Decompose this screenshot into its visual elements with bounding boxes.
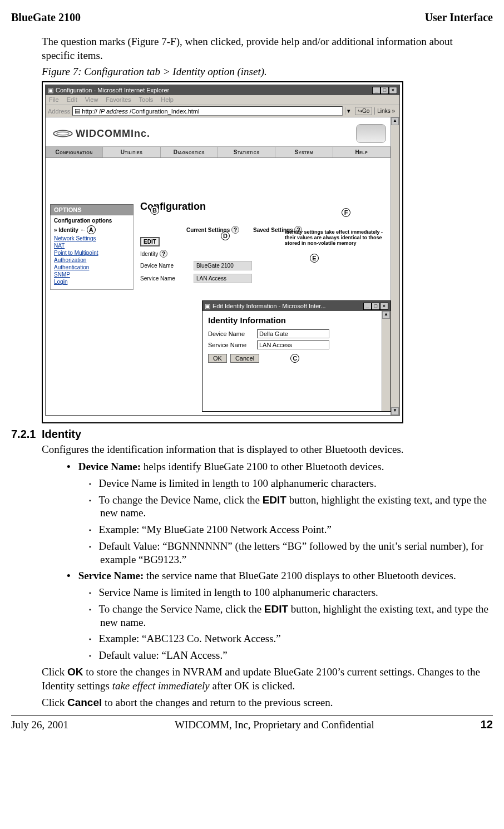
logo-text: WIDCOMMInc. xyxy=(76,128,150,140)
ie-icon: ▣ xyxy=(205,303,210,310)
addr-suffix: /Configuration_Index.html xyxy=(130,108,199,115)
menu-file[interactable]: File xyxy=(49,96,59,103)
menu-help[interactable]: Help xyxy=(161,96,174,103)
option-login[interactable]: Login xyxy=(54,279,67,285)
header-right: User Interface xyxy=(425,11,493,24)
bullet-dn-change: ▪To change the Device Name, click the ED… xyxy=(89,494,493,520)
ie-addressbar: Address ▤ http:// IP address /Configurat… xyxy=(46,105,399,117)
widcomm-logo: WIDCOMMInc. xyxy=(52,126,150,141)
address-label: Address xyxy=(48,108,70,115)
intro-paragraph: The question marks (Figure 7-F), when cl… xyxy=(42,35,487,62)
tab-utilities[interactable]: Utilities xyxy=(103,147,160,157)
popup-ok-button[interactable]: OK xyxy=(208,354,227,363)
help-icon[interactable]: ? xyxy=(160,250,167,258)
scroll-up-icon[interactable]: ▲ xyxy=(391,117,399,125)
arrow-left-icon: ← xyxy=(80,226,87,234)
nav-tabs: Configuration Utilities Diagnostics Stat… xyxy=(46,146,391,158)
tab-help[interactable]: Help xyxy=(333,147,391,157)
tab-statistics[interactable]: Statistics xyxy=(218,147,275,157)
bullet-dn-limit: ▪Device Name is limited in length to 100… xyxy=(89,477,493,490)
maximize-button[interactable]: □ xyxy=(381,87,389,94)
tab-diagnostics[interactable]: Diagnostics xyxy=(161,147,218,157)
help-icon[interactable]: ? xyxy=(231,226,239,234)
options-head: OPTIONS xyxy=(50,204,134,215)
popup-scrollbar[interactable]: ▲ xyxy=(382,311,391,411)
identity-note: Identity settings take effect immediatel… xyxy=(285,230,385,246)
ie-title: Configuration - Microsoft Internet Explo… xyxy=(56,87,169,93)
service-name-label: Service Name xyxy=(140,275,182,282)
bullet-sn-default: ▪Default value: “LAN Access.” xyxy=(89,649,493,662)
links-button[interactable]: Links » xyxy=(374,107,397,115)
device-name-label: Device Name xyxy=(140,263,182,269)
bullet-sn-limit: ▪Service Name is limited in length to 10… xyxy=(89,586,493,599)
col-current: Current Settings ? xyxy=(184,226,242,234)
identity-label: Identity ? xyxy=(140,250,182,258)
device-name-value: BlueGate 2100 xyxy=(194,261,252,270)
popup-close-button[interactable]: × xyxy=(380,303,388,310)
option-identity[interactable]: Identity xyxy=(58,227,78,233)
callout-f: F xyxy=(342,208,350,217)
addr-ip: IP address xyxy=(99,108,128,115)
main-scrollbar[interactable]: ▲ ▼ xyxy=(391,117,399,415)
page-footer: July 26, 2001 WIDCOMM, Inc, Proprietary … xyxy=(11,718,493,731)
tab-system[interactable]: System xyxy=(275,147,333,157)
bullet-sn-example: ▪Example: “ABC123 Co. Network Access.” xyxy=(89,632,493,645)
section-heading: 7.2.1 Identity xyxy=(11,428,493,441)
ie-page-icon: ▤ xyxy=(75,107,80,115)
addr-prefix: http:// xyxy=(82,108,97,115)
option-authentication[interactable]: Authentication xyxy=(54,264,89,270)
popup-service-input[interactable] xyxy=(257,341,329,349)
close-button[interactable]: × xyxy=(389,87,397,94)
bullet-dn-example: ▪Example: “My BlueGate 2100 Network Acce… xyxy=(89,523,493,536)
window-buttons: _ □ × xyxy=(372,87,397,94)
popup-cancel-button[interactable]: Cancel xyxy=(230,354,259,363)
bullet-sn-change: ▪To change the Service Name, click the E… xyxy=(89,603,493,629)
popup-service-label: Service Name xyxy=(208,342,257,348)
go-button[interactable]: ↪Go xyxy=(355,107,372,115)
figure-caption: Figure 7: Configuration tab > Identity o… xyxy=(42,66,493,78)
tab-configuration[interactable]: Configuration xyxy=(46,147,103,157)
option-nat[interactable]: NAT xyxy=(54,243,65,249)
popup-titlebar: ▣ Edit Identity Information - Microsoft … xyxy=(202,301,391,311)
callout-c: C xyxy=(290,354,299,363)
option-snmp[interactable]: SNMP xyxy=(54,272,70,278)
service-name-value: LAN Access xyxy=(194,274,252,283)
menu-view[interactable]: View xyxy=(85,96,98,103)
ie-menubar: File Edit View Favorites Tools Help xyxy=(46,95,399,105)
menu-edit[interactable]: Edit xyxy=(67,96,77,103)
address-input[interactable]: ▤ http:// IP address /Configuration_Inde… xyxy=(72,106,343,116)
option-network[interactable]: Network Settings xyxy=(54,235,96,241)
popup-minimize-button[interactable]: _ xyxy=(363,303,372,310)
option-authorization[interactable]: Authorization xyxy=(54,257,86,263)
callout-a: A xyxy=(87,225,96,234)
minimize-button[interactable]: _ xyxy=(372,87,381,94)
bullet-dn-default: ▪Default Value: “BGNNNNNN” (the letters … xyxy=(89,540,493,566)
main-panel: Configuration Current Settings ? Saved S… xyxy=(140,201,385,283)
address-dropdown[interactable]: ▾ xyxy=(345,107,353,115)
ie-icon: ▣ xyxy=(48,87,53,94)
svg-point-1 xyxy=(57,132,69,136)
options-panel: OPTIONS Configuration options » Identity… xyxy=(50,204,134,290)
figure-7: ▣ Configuration - Microsoft Internet Exp… xyxy=(42,81,403,423)
page-number: 12 xyxy=(481,718,493,731)
menu-tools[interactable]: Tools xyxy=(139,96,154,103)
para-cancel: Click Cancel to abort the changes and re… xyxy=(42,696,487,710)
bullet-device-name: •Device Name: helps identify BlueGate 21… xyxy=(67,460,493,473)
popup-heading: Identity Information xyxy=(208,315,376,325)
options-title: Configuration options xyxy=(54,218,130,224)
scroll-down-icon[interactable]: ▼ xyxy=(391,407,399,415)
page-header: BlueGate 2100 User Interface xyxy=(11,11,493,24)
popup-maximize-button[interactable]: □ xyxy=(372,303,380,310)
device-image xyxy=(356,124,386,143)
option-p2m[interactable]: Point to Multipoint xyxy=(54,250,98,256)
section-title: Identity xyxy=(42,428,81,441)
popup-device-input[interactable] xyxy=(257,329,329,338)
footer-rule xyxy=(11,715,493,716)
footer-mid: WIDCOMM, Inc, Proprietary and Confidenti… xyxy=(175,719,374,731)
scroll-up-icon[interactable]: ▲ xyxy=(382,311,390,319)
popup-device-label: Device Name xyxy=(208,330,257,337)
menu-favorites[interactable]: Favorites xyxy=(106,96,131,103)
popup-title: Edit Identity Information - Microsoft In… xyxy=(213,303,326,309)
edit-button[interactable]: EDIT xyxy=(140,237,160,246)
header-left: BlueGate 2100 xyxy=(11,11,81,24)
